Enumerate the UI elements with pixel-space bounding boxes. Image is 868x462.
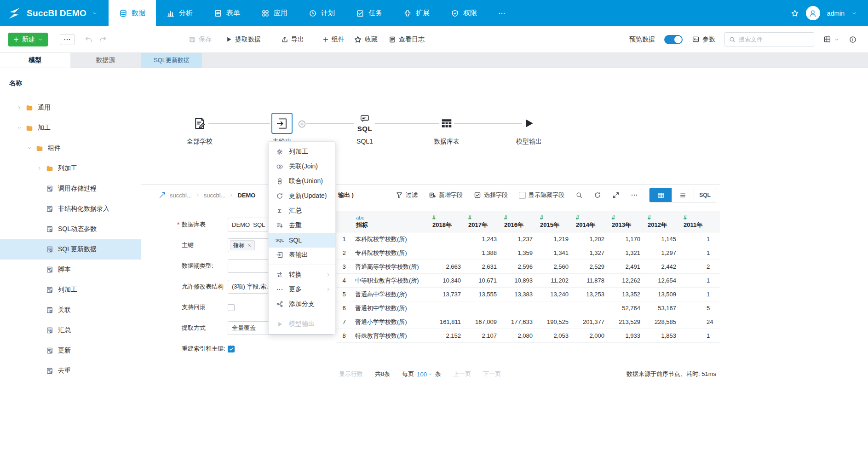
- tree-item-2[interactable]: 组件: [0, 138, 141, 158]
- redo-button[interactable]: [99, 35, 107, 43]
- table-row[interactable]: 4中等职业教育学校数(所)10,34010,67110,89311,20211,…: [336, 274, 720, 288]
- expand-button[interactable]: [612, 191, 620, 199]
- add-component-button[interactable]: 组件: [322, 35, 345, 44]
- breadcrumb-item-current[interactable]: DEMO: [237, 192, 255, 199]
- tree-item-12[interactable]: 更新: [0, 341, 141, 361]
- new-button[interactable]: 新建: [8, 33, 48, 46]
- column-header-2[interactable]: #2017年: [465, 211, 500, 232]
- sidebar-tab-datasource[interactable]: 数据源: [70, 53, 141, 68]
- add-field-button[interactable]: 新增字段: [429, 191, 463, 199]
- tree-item-1[interactable]: 加工: [0, 118, 141, 138]
- save-button[interactable]: 保存: [189, 35, 212, 44]
- favorite-button[interactable]: 收藏: [354, 35, 378, 44]
- tree-item-6[interactable]: SQL动态参数: [0, 219, 141, 239]
- menu-item-column-process[interactable]: 列加工: [269, 144, 335, 159]
- checkbox-icon[interactable]: [519, 192, 526, 199]
- table-search-button[interactable]: [575, 191, 583, 199]
- file-search-box[interactable]: [724, 32, 814, 46]
- next-page-button[interactable]: 下一页: [483, 370, 501, 378]
- info-button[interactable]: [849, 35, 857, 44]
- remove-tag-icon[interactable]: [247, 243, 252, 248]
- tree-item-3[interactable]: 列加工: [0, 158, 141, 179]
- nav-tab-forms[interactable]: 表单: [203, 0, 251, 26]
- menu-item-union[interactable]: 联合(Union): [269, 174, 335, 189]
- flow-canvas[interactable]: 全部学校 表输出 SQL SQL1 数据库表: [141, 68, 868, 184]
- doc-tab-sql-update[interactable]: SQL更新数据: [141, 53, 202, 68]
- menu-item-join[interactable]: 关联(Join): [269, 159, 335, 174]
- tree-item-0[interactable]: 通用: [0, 98, 141, 118]
- refresh-button[interactable]: [594, 191, 601, 199]
- tree-item-4[interactable]: 调用存储过程: [0, 179, 141, 199]
- tree-item-8[interactable]: 脚本: [0, 260, 141, 280]
- tree-item-5[interactable]: 非结构化数据录入: [0, 199, 141, 219]
- column-header-4[interactable]: #2015年: [536, 211, 572, 232]
- user-menu-caret-icon[interactable]: [851, 11, 857, 16]
- panel-more-button[interactable]: [631, 191, 638, 199]
- user-avatar[interactable]: [806, 6, 820, 20]
- filter-button[interactable]: 过滤: [396, 191, 418, 199]
- chevron-down-icon[interactable]: [17, 125, 26, 131]
- nav-tab-data[interactable]: 数据: [109, 0, 156, 26]
- table-row[interactable]: 2专科院校学校数(所)1,3881,3591,3411,3271,3211,29…: [336, 246, 720, 260]
- nav-tab-permissions[interactable]: 权限: [440, 0, 488, 26]
- favorite-star-icon[interactable]: [791, 9, 799, 17]
- column-header-0[interactable]: abc指标: [352, 211, 429, 232]
- flow-node-sql1[interactable]: SQL SQL1: [335, 113, 395, 145]
- table-row[interactable]: 8特殊教育学校数(所)2,1522,1072,0802,0532,0001,93…: [336, 329, 720, 343]
- tree-item-9[interactable]: 列加工: [0, 280, 141, 300]
- rebuild-index-checkbox[interactable]: [228, 346, 235, 352]
- menu-item-add-branch[interactable]: 添加分支: [269, 297, 335, 312]
- table-row[interactable]: 1本科院校学校数(所)1,2431,2371,2191,2021,1701,14…: [336, 232, 720, 246]
- flow-node-all-schools[interactable]: 全部学校: [170, 113, 230, 146]
- nav-tab-extensions[interactable]: 扩展: [393, 0, 440, 26]
- username[interactable]: admin: [827, 10, 845, 17]
- select-field-button[interactable]: 选择字段: [474, 191, 508, 199]
- menu-item-dedupe[interactable]: 去重: [269, 218, 335, 233]
- nav-tab-apps[interactable]: 应用: [251, 0, 298, 26]
- sidebar-tab-model[interactable]: 模型: [0, 53, 70, 68]
- column-header-3[interactable]: #2016年: [500, 211, 536, 232]
- undo-button[interactable]: [85, 35, 92, 43]
- chevron-down-icon[interactable]: [27, 145, 36, 151]
- menu-item-sql[interactable]: SQLSQL: [269, 233, 335, 248]
- menu-item-aggregate[interactable]: Σ汇总: [269, 203, 335, 218]
- menu-item-convert[interactable]: 转换: [269, 267, 335, 282]
- view-list-button[interactable]: [672, 188, 694, 202]
- rollback-checkbox[interactable]: [228, 304, 235, 311]
- tree-item-7[interactable]: SQL更新数据: [0, 239, 141, 260]
- layout-toggle-button[interactable]: [823, 35, 839, 43]
- nav-tab-tasks[interactable]: 任务: [345, 0, 393, 26]
- flow-node-db-table[interactable]: 数据库表: [417, 113, 477, 146]
- flow-node-table-output[interactable]: [271, 113, 293, 134]
- nav-tab-more[interactable]: [488, 0, 516, 26]
- table-row[interactable]: 3普通高等学校学校数(所)2,6632,6312,5962,5602,5292,…: [336, 260, 720, 274]
- chevron-right-icon[interactable]: [17, 105, 26, 110]
- menu-item-table-output[interactable]: 表输出: [269, 248, 335, 262]
- column-header-1[interactable]: #2018年: [429, 211, 465, 232]
- column-header-5[interactable]: #2014年: [572, 211, 608, 232]
- search-input[interactable]: [739, 36, 810, 43]
- extract-data-button[interactable]: 提取数据: [225, 35, 261, 44]
- table-row[interactable]: 7普通小学学校数(所)161,811167,009177,633190,5252…: [336, 315, 720, 329]
- column-header-7[interactable]: #2012年: [644, 211, 680, 232]
- column-header-8[interactable]: #2011年: [680, 211, 720, 232]
- view-table-button[interactable]: [650, 188, 672, 202]
- breadcrumb-item[interactable]: succbi...: [204, 192, 226, 199]
- view-logs-button[interactable]: 查看日志: [389, 35, 425, 44]
- show-hidden-toggle[interactable]: 显示隐藏字段: [519, 191, 564, 199]
- insert-node-button[interactable]: [298, 120, 306, 128]
- app-brand[interactable]: SuccBI DEMO: [0, 0, 109, 26]
- menu-item-update[interactable]: 更新(Update): [269, 189, 335, 203]
- params-button[interactable]: 参数: [692, 35, 715, 44]
- flow-node-model-output[interactable]: 模型输出: [499, 113, 559, 146]
- export-button[interactable]: 导出: [281, 35, 304, 44]
- chevron-right-icon[interactable]: [37, 166, 46, 171]
- file-more-button[interactable]: [60, 34, 75, 45]
- menu-item-more[interactable]: 更多: [269, 282, 335, 297]
- table-row[interactable]: 6普通初中学校数(所)52,76453,1675: [336, 301, 720, 315]
- prev-page-button[interactable]: 上一页: [453, 370, 471, 378]
- nav-tab-analysis[interactable]: 分析: [156, 0, 203, 26]
- breadcrumb-item[interactable]: succbi...: [170, 192, 192, 199]
- view-sql-button[interactable]: SQL: [694, 188, 716, 202]
- tree-item-11[interactable]: 汇总: [0, 320, 141, 341]
